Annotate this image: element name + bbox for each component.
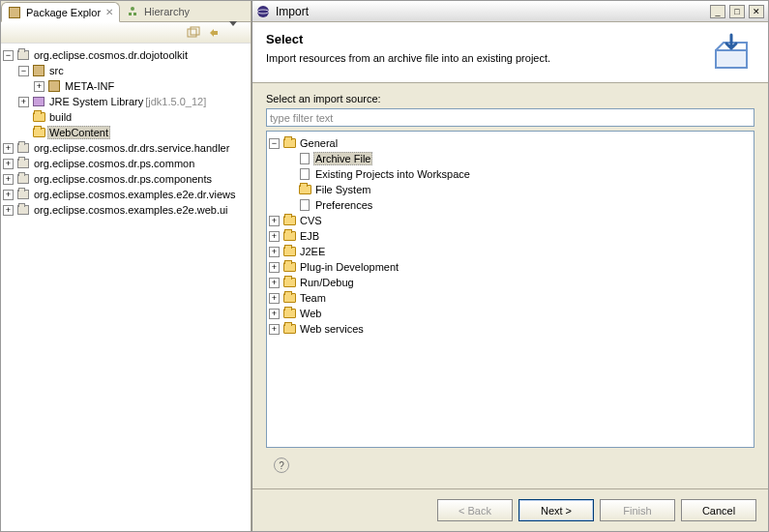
tree-item-suffix: [jdk1.5.0_12] [145, 96, 206, 107]
expander-icon[interactable]: − [3, 50, 14, 61]
tree-item-label[interactable]: org.eclipse.cosmos.dr.ps.common [32, 158, 196, 169]
expander-icon[interactable]: + [269, 324, 280, 335]
tree-item[interactable]: +JRE System Library [jdk1.5.0_12] [3, 94, 249, 109]
tree-item-label[interactable]: org.eclipse.cosmos.examples.e2e.web.ui [32, 204, 230, 216]
svg-rect-4 [191, 27, 199, 35]
tree-item[interactable]: +CVS [269, 213, 752, 228]
tree-item-label[interactable]: org.eclipse.cosmos.dr.dojotoolkit [32, 49, 190, 61]
tree-item-label[interactable]: META-INF [63, 80, 116, 92]
expander-icon[interactable]: + [269, 231, 280, 242]
tree-item-label[interactable]: EJB [298, 230, 321, 242]
tree-item-label[interactable]: Existing Projects into Workspace [313, 168, 472, 180]
tree-item[interactable]: Archive File [269, 151, 752, 166]
tree-item[interactable]: +org.eclipse.cosmos.dr.ps.components [3, 171, 249, 187]
proj-icon [16, 172, 30, 186]
tree-item[interactable]: −org.eclipse.cosmos.dr.dojotoolkit [3, 47, 249, 63]
expander-icon[interactable]: + [269, 216, 280, 226]
tree-item-label[interactable]: Web services [298, 323, 366, 335]
tree-item[interactable]: +Web [269, 306, 752, 321]
expander-icon[interactable]: + [269, 278, 280, 288]
tree-item[interactable]: +META-INF [3, 78, 249, 94]
tree-item-label[interactable]: CVS [298, 215, 324, 226]
folder-icon [282, 245, 296, 258]
tree-item-label[interactable]: File System [313, 184, 372, 195]
minimize-button[interactable]: _ [710, 5, 725, 18]
expander-icon[interactable]: + [269, 262, 280, 273]
tab-package-explorer[interactable]: Package Explor ✕ [1, 2, 120, 22]
tree-item[interactable]: build [3, 109, 249, 125]
import-source-tree[interactable]: −GeneralArchive FileExisting Projects in… [266, 131, 754, 448]
tree-item[interactable]: +org.eclipse.cosmos.dr.ps.common [3, 156, 249, 171]
tree-item-label[interactable]: org.eclipse.cosmos.dr.ps.components [32, 173, 214, 185]
dialog-title: Import [276, 5, 706, 18]
help-icon[interactable]: ? [274, 458, 289, 473]
collapse-all-icon[interactable] [187, 26, 200, 40]
tab-hierarchy[interactable]: Hierarchy [120, 1, 195, 21]
package-explorer-icon [8, 6, 21, 19]
tree-item-label[interactable]: Archive File [313, 152, 372, 165]
tree-item[interactable]: Existing Projects into Workspace [269, 166, 752, 182]
tree-item-label[interactable]: src [47, 65, 66, 76]
view-menu-icon[interactable] [229, 26, 243, 40]
tree-item-label[interactable]: org.eclipse.cosmos.dr.drs.service.handle… [32, 142, 231, 154]
view-toolbar [1, 22, 251, 44]
expander-icon[interactable]: + [3, 174, 14, 185]
close-icon[interactable]: ✕ [105, 7, 113, 17]
tree-item-label[interactable]: org.eclipse.cosmos.examples.e2e.dr.views [32, 189, 237, 200]
folder-icon [282, 307, 296, 320]
svg-rect-7 [716, 50, 747, 68]
tree-item[interactable]: +org.eclipse.cosmos.dr.drs.service.handl… [3, 140, 249, 156]
svg-rect-1 [129, 13, 132, 15]
next-button[interactable]: Next > [518, 499, 594, 521]
expander-icon[interactable]: + [269, 247, 280, 257]
cancel-button[interactable]: Cancel [681, 499, 756, 521]
close-button[interactable]: ✕ [749, 5, 764, 18]
eclipse-icon [256, 5, 270, 18]
expander-icon[interactable]: + [34, 81, 44, 92]
link-editor-icon[interactable] [208, 26, 222, 40]
folder-icon [282, 291, 296, 305]
dialog-titlebar[interactable]: Import _ □ ✕ [252, 1, 768, 22]
tree-item[interactable]: WebContent [3, 125, 249, 140]
tree-item[interactable]: +org.eclipse.cosmos.examples.e2e.dr.view… [3, 187, 249, 202]
tree-item[interactable]: +Plug-in Development [269, 259, 752, 275]
folder-icon [282, 276, 296, 289]
tree-item-label[interactable]: Web [298, 308, 323, 319]
tree-item[interactable]: +EJB [269, 228, 752, 244]
expander-icon[interactable]: + [3, 143, 14, 154]
tree-item-label[interactable]: build [47, 111, 74, 123]
expander-icon[interactable]: − [269, 138, 280, 149]
svg-point-0 [131, 7, 134, 11]
expander-icon[interactable]: + [3, 205, 14, 216]
tree-item[interactable]: +org.eclipse.cosmos.examples.e2e.web.ui [3, 202, 249, 218]
expander-icon[interactable]: + [3, 190, 14, 200]
tree-item[interactable]: −src [3, 63, 249, 78]
tree-item-label[interactable]: JRE System Library [47, 96, 145, 107]
svg-point-5 [257, 6, 269, 17]
tree-item-label[interactable]: Run/Debug [298, 277, 356, 288]
tree-item[interactable]: Preferences [269, 197, 752, 213]
tree-item[interactable]: +Web services [269, 321, 752, 337]
tree-item[interactable]: +Team [269, 290, 752, 306]
expander-icon[interactable]: + [18, 97, 29, 107]
expander-icon[interactable]: − [18, 66, 29, 76]
tree-item-label[interactable]: J2EE [298, 246, 327, 257]
tree-item-label[interactable]: General [298, 137, 340, 149]
tree-item-label[interactable]: Team [298, 292, 328, 304]
filter-input[interactable] [266, 108, 754, 127]
tree-item[interactable]: −General [269, 135, 752, 151]
tree-item[interactable]: +Run/Debug [269, 275, 752, 290]
expander-icon[interactable]: + [3, 159, 14, 169]
tree-item-label[interactable]: Preferences [313, 199, 374, 211]
back-button: < Back [437, 499, 513, 521]
package-explorer-tree[interactable]: −org.eclipse.cosmos.dr.dojotoolkit−src+M… [1, 44, 251, 531]
folder-icon [282, 136, 296, 150]
proj-icon [16, 188, 30, 201]
tree-item-label[interactable]: Plug-in Development [298, 261, 400, 273]
expander-icon[interactable]: + [269, 293, 280, 304]
tree-item[interactable]: +J2EE [269, 244, 752, 259]
expander-icon[interactable]: + [269, 309, 280, 319]
tree-item[interactable]: File System [269, 182, 752, 197]
tree-item-label[interactable]: WebContent [47, 126, 110, 139]
maximize-button[interactable]: □ [729, 5, 745, 18]
